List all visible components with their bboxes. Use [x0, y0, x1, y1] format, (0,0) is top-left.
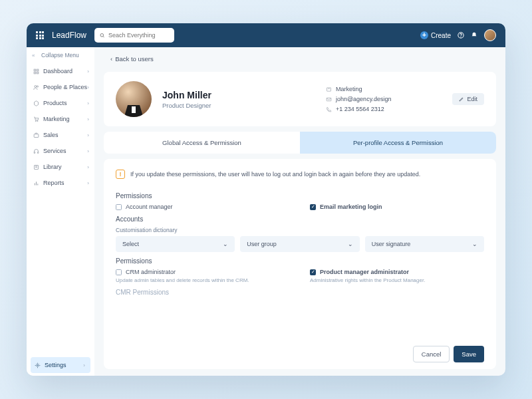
- content-panel: ! If you update these permissions, the u…: [104, 159, 496, 369]
- select-usergroup[interactable]: User group⌄: [240, 236, 359, 252]
- svg-rect-5: [37, 69, 39, 71]
- svg-point-10: [35, 120, 36, 121]
- sidebar-item-settings[interactable]: Settings›: [31, 357, 90, 373]
- select-signature[interactable]: User signature⌄: [365, 236, 484, 252]
- back-link[interactable]: ‹ Back to users: [104, 54, 496, 66]
- profile-name: John Miller: [162, 90, 315, 100]
- headphones-icon: [33, 148, 39, 154]
- brand: LeadFlow: [52, 31, 86, 40]
- briefcase-icon: [33, 132, 39, 138]
- perm-pm-admin[interactable]: Product manager administrator: [310, 269, 484, 275]
- profile-card: John Miller Product Designer Marketing j…: [104, 72, 496, 126]
- profile-phone: +1 234 5564 2312: [326, 106, 392, 112]
- tab-global[interactable]: Global Access & Permission: [104, 132, 300, 154]
- svg-rect-4: [34, 69, 36, 71]
- chevron-down-icon: ⌄: [472, 241, 477, 247]
- folder-icon: [326, 86, 332, 92]
- perm-crm-admin[interactable]: CRM administrator: [116, 269, 290, 275]
- dashboard-icon: [33, 68, 39, 74]
- svg-rect-6: [34, 72, 36, 74]
- phone-icon: [326, 106, 332, 112]
- sidebar-item-products[interactable]: Products›: [27, 95, 94, 111]
- profile-avatar: [116, 81, 152, 117]
- gear-icon: [35, 362, 41, 368]
- app-grid-icon[interactable]: [36, 31, 44, 39]
- chart-icon: [33, 180, 39, 186]
- tab-perprofile[interactable]: Per-profile Access & Permission: [300, 132, 496, 154]
- dict-label: Customisation dictionary: [116, 227, 484, 233]
- search-box[interactable]: [94, 28, 174, 43]
- create-button[interactable]: + Create: [420, 31, 451, 39]
- sidebar-item-reports[interactable]: Reports›: [27, 175, 94, 191]
- warning-icon: !: [116, 170, 125, 179]
- svg-rect-7: [37, 72, 39, 74]
- crm-help: Update admin tables and delete records w…: [116, 277, 290, 283]
- checkbox[interactable]: [116, 204, 122, 210]
- svg-rect-12: [34, 134, 39, 137]
- sidebar-item-sales[interactable]: Sales›: [27, 127, 94, 143]
- svg-rect-22: [327, 87, 331, 90]
- profile-dept: Marketing: [326, 86, 392, 92]
- perm-account-manager[interactable]: Account manager: [116, 203, 290, 210]
- checkbox[interactable]: [116, 269, 122, 275]
- svg-rect-14: [37, 152, 39, 153]
- svg-point-0: [100, 33, 104, 37]
- bell-icon[interactable]: [471, 32, 477, 39]
- checkbox[interactable]: [310, 204, 316, 210]
- sidebar-item-library[interactable]: Library›: [27, 159, 94, 175]
- profile-role: Product Designer: [162, 102, 315, 109]
- svg-rect-13: [34, 152, 35, 153]
- topbar: LeadFlow + Create: [27, 23, 505, 47]
- sidebar-item-services[interactable]: Services›: [27, 143, 94, 159]
- checkbox[interactable]: [310, 269, 316, 275]
- svg-line-1: [103, 36, 104, 37]
- perm-email-marketing[interactable]: Email marketing login: [310, 203, 484, 210]
- collapse-menu[interactable]: « Collapse Menu: [27, 47, 94, 63]
- edit-button[interactable]: Edit: [452, 93, 484, 105]
- save-button[interactable]: Save: [454, 346, 484, 362]
- people-icon: [33, 84, 39, 90]
- pm-help: Administrative rights within the Product…: [310, 277, 484, 283]
- search-icon: [100, 33, 105, 39]
- alert: ! If you update these permissions, the u…: [116, 168, 484, 187]
- products-icon: [33, 100, 39, 106]
- select-customisation[interactable]: Select⌄: [116, 236, 235, 252]
- svg-point-9: [37, 85, 38, 86]
- svg-point-11: [37, 120, 38, 121]
- mail-icon: [326, 96, 332, 102]
- library-icon: [33, 164, 39, 170]
- sidebar: « Collapse Menu Dashboard› People & Plac…: [27, 47, 94, 376]
- section-cmr: CMR Permissions: [116, 289, 484, 296]
- sidebar-item-people[interactable]: People & Places›: [27, 79, 94, 95]
- tabs: Global Access & Permission Per-profile A…: [104, 132, 496, 154]
- svg-point-21: [37, 364, 38, 366]
- sidebar-item-marketing[interactable]: Marketing›: [27, 111, 94, 127]
- avatar[interactable]: [484, 29, 496, 41]
- plus-icon: +: [420, 31, 428, 39]
- cart-icon: [33, 116, 39, 122]
- chevron-down-icon: ⌄: [348, 241, 353, 247]
- profile-email: john@agency.design: [326, 96, 392, 102]
- pencil-icon: [459, 96, 464, 102]
- cancel-button[interactable]: Cancel: [413, 346, 450, 362]
- help-icon[interactable]: [458, 32, 464, 39]
- section-permissions2: Permissions: [116, 257, 484, 265]
- section-accounts: Accounts: [116, 215, 484, 223]
- chevron-down-icon: ⌄: [223, 241, 228, 247]
- search-input[interactable]: [108, 32, 169, 39]
- section-permissions: Permissions: [116, 192, 484, 200]
- sidebar-item-dashboard[interactable]: Dashboard›: [27, 63, 94, 79]
- svg-point-8: [35, 85, 37, 87]
